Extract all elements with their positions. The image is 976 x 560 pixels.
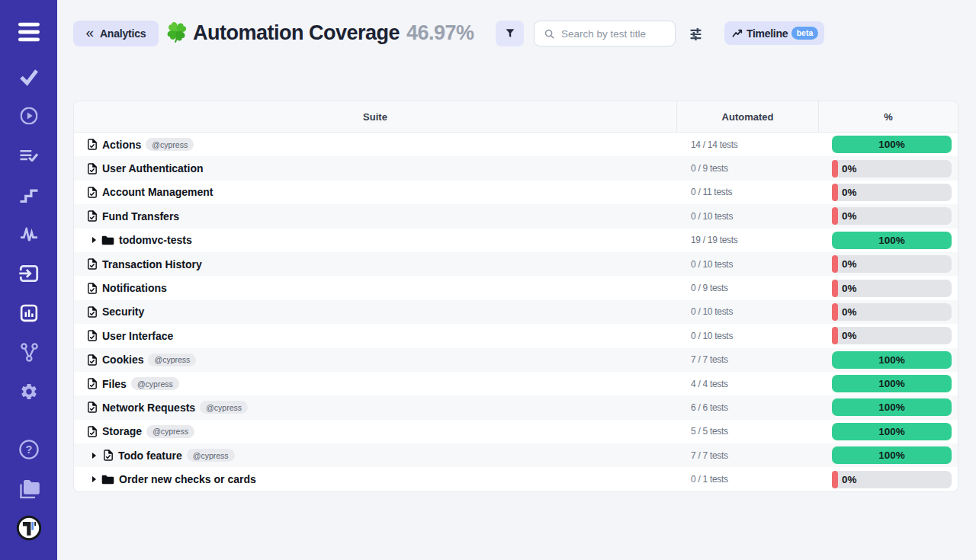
svg-text:?: ? bbox=[25, 443, 32, 456]
